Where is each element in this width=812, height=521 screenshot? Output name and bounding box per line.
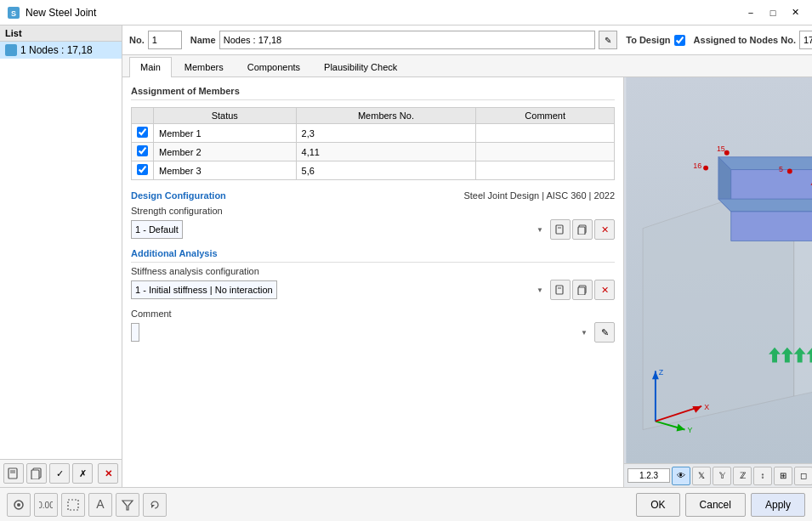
right-panel: No. Name ✎ To Design Assigned to Nodes N… <box>122 25 812 487</box>
uncheck-button[interactable]: ✗ <box>72 463 93 484</box>
svg-point-36 <box>787 169 792 174</box>
table-row: Member 2 4,11 <box>132 143 615 161</box>
svg-text:X: X <box>704 403 709 411</box>
assignment-title: Assignment of Members <box>131 86 615 100</box>
app-icon: S <box>7 6 20 20</box>
scene-svg: 15 6 16 5 17 4 20 22 <box>624 77 812 463</box>
select-box-btn[interactable] <box>61 493 85 517</box>
strength-copy-btn[interactable] <box>572 219 593 240</box>
member1-checkbox[interactable] <box>137 127 148 138</box>
strength-dropdown-wrapper: 1 - Default <box>131 220 547 239</box>
svg-rect-10 <box>578 227 585 235</box>
maximize-button[interactable]: □ <box>763 4 783 21</box>
strength-dropdown-row: 1 - Default ✕ <box>131 219 615 240</box>
vp-layers-btn[interactable]: ⊞ <box>774 467 792 485</box>
col-check <box>132 108 154 124</box>
tabs: Main Members Components Plausibility Che… <box>122 55 812 77</box>
cancel-button[interactable]: Cancel <box>685 493 746 517</box>
middle-section: Assignment of Members Status Members No.… <box>122 77 812 487</box>
vp-z-btn[interactable]: ℤ <box>733 467 752 485</box>
design-config-label: Design Configuration <box>131 190 226 201</box>
stiffness-new-btn[interactable] <box>550 280 571 300</box>
dialog-buttons: OK Cancel Apply <box>636 493 805 517</box>
svg-rect-7 <box>556 225 563 234</box>
viewport: 15 6 16 5 17 4 20 22 <box>624 77 812 487</box>
stiffness-label: Stiffness analysis configuration <box>131 266 615 276</box>
table-row: Member 3 5,6 <box>132 161 615 180</box>
vp-eye-btn[interactable]: 👁 <box>672 467 690 485</box>
svg-text:Z: Z <box>659 368 664 377</box>
new-button[interactable] <box>3 463 24 484</box>
svg-marker-25 <box>718 199 812 212</box>
comment-edit-btn[interactable]: ✎ <box>594 322 615 343</box>
member3-checkbox[interactable] <box>137 164 148 175</box>
stiffness-dropdown-icons: ✕ <box>550 280 615 300</box>
stiffness-dropdown-wrapper: 1 - Initial stiffness | No interaction <box>131 280 547 299</box>
svg-marker-26 <box>731 212 812 241</box>
svg-point-73 <box>17 503 20 507</box>
comment-dropdown[interactable] <box>131 323 139 342</box>
assigned-input[interactable] <box>799 31 812 49</box>
copy-button[interactable] <box>26 463 47 484</box>
stiffness-delete-btn[interactable]: ✕ <box>594 280 615 300</box>
to-design-checkbox[interactable] <box>674 35 685 46</box>
svg-marker-22 <box>718 157 812 170</box>
svg-text:0.00: 0.00 <box>39 501 53 510</box>
col-members-no: Members No. <box>296 108 476 124</box>
member3-comment <box>476 161 615 180</box>
member3-no: 5,6 <box>296 161 476 180</box>
left-panel: List 1 Nodes : 17,18 ✓ ✗ ✕ <box>0 25 122 487</box>
col-status: Status <box>154 108 297 124</box>
name-input[interactable] <box>219 31 596 49</box>
svg-text:A: A <box>96 498 105 511</box>
comment-section: Comment ✎ <box>131 309 615 343</box>
strength-delete-btn[interactable]: ✕ <box>594 219 615 240</box>
svg-rect-2 <box>9 468 17 479</box>
window-title: New Steel Joint <box>26 7 741 19</box>
tab-main[interactable]: Main <box>129 57 172 77</box>
stiffness-copy-btn[interactable] <box>572 280 593 300</box>
apply-button[interactable]: Apply <box>751 493 805 517</box>
vp-y-btn[interactable]: 𝕐 <box>713 467 731 485</box>
select-all-btn[interactable]: A <box>88 493 112 517</box>
svg-text:15: 15 <box>717 144 725 153</box>
filter-btn[interactable] <box>116 493 139 517</box>
bottom-left-tools: 0.00 A <box>7 493 167 517</box>
no-input[interactable] <box>148 31 182 49</box>
rotate-btn[interactable] <box>143 493 167 517</box>
vp-solid-btn[interactable]: ◻ <box>794 467 812 485</box>
table-row: Member 1 2,3 <box>132 124 615 143</box>
delete-button[interactable]: ✕ <box>98 463 118 484</box>
member3-label: Member 3 <box>154 161 297 180</box>
title-bar: S New Steel Joint − □ ✕ <box>0 0 812 25</box>
tab-members[interactable]: Members <box>173 57 235 76</box>
snap-btn[interactable] <box>7 493 31 517</box>
close-button[interactable]: ✕ <box>785 4 805 21</box>
comment-dropdown-wrapper <box>131 323 591 342</box>
design-config-value: Steel Joint Design | AISC 360 | 2022 <box>463 190 615 201</box>
svg-point-34 <box>703 166 708 171</box>
tab-components[interactable]: Components <box>236 57 311 76</box>
vp-iz-btn[interactable]: ↕ <box>753 467 772 485</box>
minimize-button[interactable]: − <box>741 4 761 21</box>
list-toolbar: ✓ ✗ ✕ <box>0 459 122 487</box>
coord-display: 1.2.3 <box>627 468 670 483</box>
vp-x-btn[interactable]: 𝕏 <box>692 467 711 485</box>
member2-checkbox[interactable] <box>137 145 148 156</box>
tab-plausibility-check[interactable]: Plausibility Check <box>313 57 408 76</box>
svg-rect-6 <box>31 470 39 479</box>
check-button[interactable]: ✓ <box>49 463 70 484</box>
stiffness-dropdown[interactable]: 1 - Initial stiffness | No interaction <box>131 280 277 299</box>
strength-new-btn[interactable] <box>550 219 571 240</box>
list-item[interactable]: 1 Nodes : 17,18 <box>0 42 122 59</box>
measure-btn[interactable]: 0.00 <box>34 493 58 517</box>
ok-button[interactable]: OK <box>636 493 679 517</box>
name-edit-button[interactable]: ✎ <box>599 31 617 49</box>
svg-text:5: 5 <box>779 165 783 173</box>
svg-marker-77 <box>122 501 133 510</box>
viewport-toolbar: 1.2.3 👁 𝕏 𝕐 ℤ ↕ ⊞ ◻ 🖨 🔍 <box>624 463 812 487</box>
design-config-row: Design Configuration Steel Joint Design … <box>131 190 615 201</box>
strength-dropdown[interactable]: 1 - Default <box>131 220 183 239</box>
comment-label: Comment <box>131 309 615 319</box>
svg-marker-78 <box>151 505 155 508</box>
